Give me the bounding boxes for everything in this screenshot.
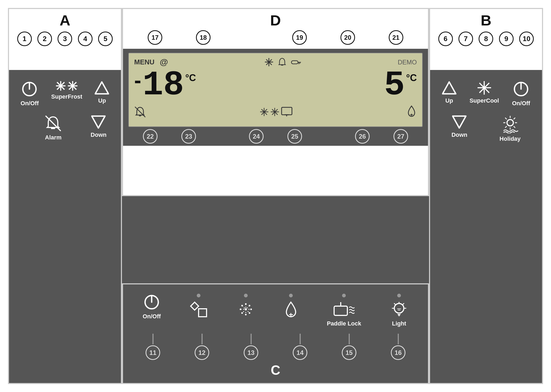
super-cool-label: SuperCool [470, 97, 499, 104]
lcd-alarm-off-icon [134, 106, 146, 118]
down-a-button[interactable]: Down [91, 115, 107, 138]
on-off-a-label: On/Off [21, 100, 39, 107]
num-26: 26 [355, 129, 370, 144]
down-arrow-icon-b [452, 115, 467, 129]
num-20: 20 [340, 30, 355, 45]
super-cool-button[interactable]: SuperCool [470, 81, 499, 104]
up-b-label: Up [445, 97, 453, 104]
up-a-label: Up [98, 97, 106, 104]
down-a-label: Down [91, 131, 107, 138]
alarm-icon [45, 115, 62, 132]
lcd-center-snowflake2 [270, 107, 279, 117]
snowflake-dots-icon [237, 301, 255, 318]
demo-label: DEMO [398, 59, 417, 66]
svg-rect-61 [199, 309, 207, 317]
num-15: 15 [342, 345, 356, 360]
svg-marker-16 [443, 82, 456, 94]
num-21: 21 [389, 30, 403, 45]
temp-right-unit: °C [406, 72, 417, 83]
svg-rect-39 [291, 61, 298, 64]
num-4: 4 [78, 32, 93, 46]
super-frost-button[interactable]: SuperFrost [51, 81, 82, 100]
alarm-button[interactable]: Alarm [45, 115, 62, 141]
panel-a: A 1 2 3 4 5 [8, 8, 122, 384]
down-b-button[interactable]: Down [452, 115, 467, 138]
up-arrow-icon-b [442, 81, 457, 95]
down-arrow-icon-a [91, 115, 106, 129]
light-label: Light [392, 320, 406, 327]
holiday-button[interactable]: Holiday [500, 115, 521, 142]
svg-point-11 [71, 85, 74, 87]
num-25: 25 [287, 129, 302, 144]
svg-line-31 [514, 126, 515, 128]
num-17: 17 [148, 30, 162, 45]
snowflake-icon-2 [67, 81, 78, 91]
svg-marker-12 [95, 82, 108, 94]
on-off-a-button[interactable]: On/Off [21, 81, 39, 107]
panel-a-label: A [9, 12, 121, 29]
temp-left-unit: °C [185, 72, 196, 83]
num-6: 6 [438, 32, 453, 46]
lcd-water-drops-icon [406, 105, 417, 118]
num-16: 16 [391, 345, 405, 360]
num-22: 22 [143, 129, 158, 144]
power-icon-c [143, 294, 160, 311]
svg-point-25 [507, 120, 513, 126]
svg-line-33 [505, 126, 507, 128]
temp-right-display: 5 [384, 70, 405, 101]
num-2: 2 [37, 32, 52, 46]
svg-line-30 [505, 118, 507, 119]
num-19: 19 [292, 30, 307, 45]
panel-c: On/Off [122, 283, 429, 384]
panel-b: B 6 7 8 9 10 [429, 8, 543, 384]
num-11: 11 [146, 345, 160, 360]
svg-line-89 [394, 303, 395, 305]
power-icon-b [513, 81, 530, 98]
num-24: 24 [249, 129, 264, 144]
alarm-label: Alarm [45, 134, 62, 141]
svg-marker-60 [191, 302, 199, 310]
up-a-button[interactable]: Up [95, 81, 109, 104]
lcd-bell-icon [278, 58, 287, 67]
up-arrow-icon-a [95, 81, 109, 95]
lcd-key-icon [291, 58, 301, 67]
on-off-b-label: On/Off [512, 100, 530, 107]
down-b-label: Down [452, 131, 467, 138]
num-10: 10 [519, 32, 534, 46]
num-3: 3 [58, 32, 72, 46]
svg-marker-15 [92, 116, 105, 128]
paddle-lock-icon [333, 301, 355, 318]
num-5: 5 [98, 32, 113, 46]
light-button[interactable]: Light [390, 294, 408, 327]
holiday-icon [501, 115, 519, 133]
svg-line-88 [403, 303, 404, 305]
lcd-center-snowflake1 [260, 107, 269, 117]
supercool-icon [477, 81, 492, 95]
on-off-b-button[interactable]: On/Off [512, 81, 530, 107]
num-8: 8 [479, 32, 493, 46]
svg-line-32 [514, 118, 515, 119]
svg-point-21 [483, 86, 486, 89]
water-drop-icon [284, 301, 298, 318]
on-off-c-button[interactable]: On/Off [143, 294, 161, 320]
btn-13-button[interactable] [237, 294, 255, 318]
snowflake-icon-1 [55, 81, 66, 91]
num-12: 12 [195, 345, 209, 360]
lcd-screen-icon [281, 107, 293, 117]
num-23: 23 [181, 129, 196, 144]
num-9: 9 [499, 32, 514, 46]
up-b-button[interactable]: Up [442, 81, 457, 104]
panel-d-label: D [123, 12, 428, 29]
diamond-square-icon [189, 301, 208, 318]
paddle-lock-button[interactable]: Paddle Lock [327, 294, 361, 327]
svg-marker-24 [453, 116, 466, 128]
panel-b-label: B [430, 12, 542, 29]
btn-12-button[interactable] [189, 294, 208, 318]
holiday-label: Holiday [500, 135, 521, 142]
btn-14-button[interactable] [284, 294, 298, 318]
lcd-snowflake-icon [264, 58, 274, 67]
num-7: 7 [458, 32, 473, 46]
num-13: 13 [244, 345, 258, 360]
svg-point-6 [59, 85, 62, 87]
paddle-lock-label: Paddle Lock [327, 320, 361, 327]
